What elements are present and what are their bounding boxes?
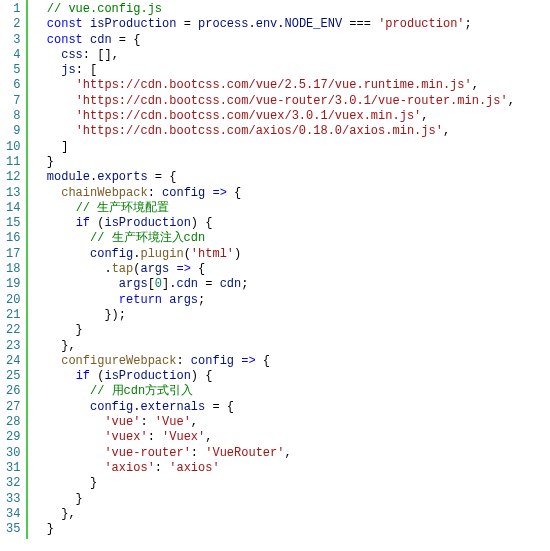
line-number: 31 xyxy=(6,461,20,476)
code-token: css xyxy=(61,48,83,62)
code-line: 'vue': 'Vue', xyxy=(28,415,550,430)
line-number: 3 xyxy=(6,33,20,48)
code-token: 'Vuex' xyxy=(162,430,205,444)
line-number: 17 xyxy=(6,247,20,262)
code-token: 'vue' xyxy=(104,415,140,429)
code-token xyxy=(32,17,46,31)
code-line: } xyxy=(28,522,550,537)
code-token xyxy=(32,277,118,291)
line-number: 25 xyxy=(6,369,20,384)
code-line: return args; xyxy=(28,293,550,308)
code-token xyxy=(32,109,75,123)
code-token: 0 xyxy=(155,277,162,291)
code-token xyxy=(32,231,90,245)
code-line: 'vuex': 'Vuex', xyxy=(28,430,550,445)
code-token: module xyxy=(47,170,90,184)
line-number: 4 xyxy=(6,48,20,63)
line-number: 30 xyxy=(6,446,20,461)
code-token xyxy=(32,78,75,92)
code-token: : [ xyxy=(76,63,98,77)
line-number: 13 xyxy=(6,186,20,201)
code-token: 'https://cdn.bootcss.com/vuex/3.0.1/vuex… xyxy=(76,109,422,123)
line-number: 10 xyxy=(6,140,20,155)
code-line: module.exports = { xyxy=(28,170,550,185)
code-token: , xyxy=(472,78,479,92)
code-token xyxy=(32,170,46,184)
code-token xyxy=(83,17,90,31)
code-token xyxy=(32,48,61,62)
line-number: 16 xyxy=(6,231,20,246)
code-token xyxy=(32,124,75,138)
line-number: 33 xyxy=(6,492,20,507)
code-token: 'vuex' xyxy=(104,430,147,444)
code-token: tap xyxy=(112,262,134,276)
code-token: }, xyxy=(32,339,75,353)
code-token: : xyxy=(191,446,205,460)
code-token: 'axios' xyxy=(169,461,219,475)
code-line: if (isProduction) { xyxy=(28,369,550,384)
code-line: }, xyxy=(28,339,550,354)
code-token: args xyxy=(169,293,198,307)
code-token: . xyxy=(277,17,284,31)
line-number: 29 xyxy=(6,430,20,445)
code-token: // 生产环境配置 xyxy=(76,201,170,215)
code-line: } xyxy=(28,476,550,491)
line-number: 11 xyxy=(6,155,20,170)
code-token: , xyxy=(508,94,515,108)
code-token xyxy=(32,461,104,475)
code-token: 'axios' xyxy=(104,461,154,475)
line-number: 5 xyxy=(6,63,20,78)
code-line: args[0].cdn = cdn; xyxy=(28,277,550,292)
code-token: exports xyxy=(97,170,147,184)
code-token: , xyxy=(284,446,291,460)
code-line: }, xyxy=(28,507,550,522)
code-token: [ xyxy=(148,277,155,291)
code-line: } xyxy=(28,492,550,507)
code-token: : xyxy=(176,354,190,368)
line-number: 20 xyxy=(6,293,20,308)
code-token: }); xyxy=(32,308,126,322)
code-line: const cdn = { xyxy=(28,33,550,48)
code-token: = xyxy=(176,17,198,31)
code-token xyxy=(32,33,46,47)
code-token xyxy=(83,33,90,47)
code-token: = xyxy=(198,277,220,291)
code-token: : [], xyxy=(83,48,119,62)
code-line: if (isProduction) { xyxy=(28,216,550,231)
line-number: 15 xyxy=(6,216,20,231)
code-token: , xyxy=(205,430,212,444)
code-line: 'https://cdn.bootcss.com/vuex/3.0.1/vuex… xyxy=(28,109,550,124)
code-token: isProduction xyxy=(104,369,190,383)
code-token: }, xyxy=(32,507,75,521)
code-line: // 用cdn方式引入 xyxy=(28,384,550,399)
code-line: 'vue-router': 'VueRouter', xyxy=(28,446,550,461)
code-line: config.externals = { xyxy=(28,400,550,415)
code-token xyxy=(32,94,75,108)
code-line: .tap(args => { xyxy=(28,262,550,277)
line-number: 8 xyxy=(6,109,20,124)
line-number: 32 xyxy=(6,476,20,491)
code-token: } xyxy=(32,492,82,506)
line-number: 22 xyxy=(6,323,20,338)
code-token: : xyxy=(148,186,162,200)
line-number: 27 xyxy=(6,400,20,415)
code-token: NODE_ENV xyxy=(285,17,343,31)
line-number: 1 xyxy=(6,2,20,17)
code-token: config xyxy=(191,354,234,368)
code-token: externals xyxy=(140,400,205,414)
code-token: chainWebpack xyxy=(61,186,147,200)
code-token: { xyxy=(191,262,205,276)
code-token: 'https://cdn.bootcss.com/axios/0.18.0/ax… xyxy=(76,124,443,138)
code-line: configureWebpack: config => { xyxy=(28,354,550,369)
code-token: } xyxy=(32,323,82,337)
code-content: // vue.config.js const isProduction = pr… xyxy=(26,0,550,539)
code-token: ; xyxy=(465,17,472,31)
code-token xyxy=(32,247,90,261)
code-token: = { xyxy=(205,400,234,414)
code-token: : xyxy=(140,415,154,429)
code-line: chainWebpack: config => { xyxy=(28,186,550,201)
code-token: === xyxy=(342,17,378,31)
code-token: 'https://cdn.bootcss.com/vue-router/3.0.… xyxy=(76,94,508,108)
code-token: if xyxy=(76,216,90,230)
line-number: 35 xyxy=(6,522,20,537)
